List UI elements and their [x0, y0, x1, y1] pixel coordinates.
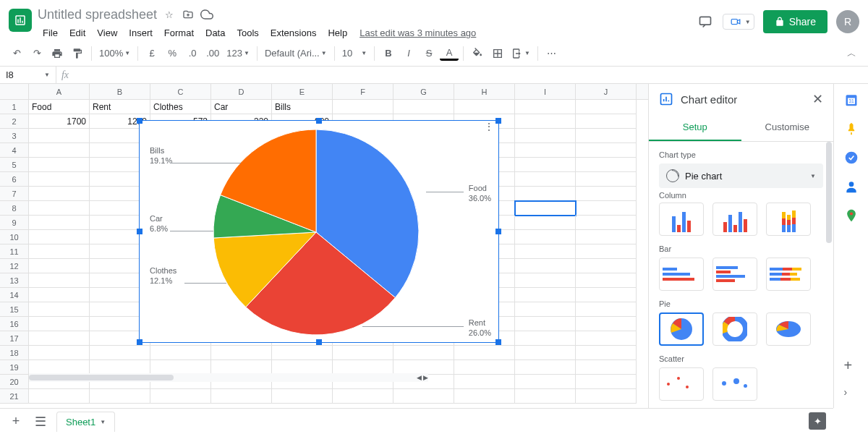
tasks-icon[interactable]: [844, 150, 859, 165]
cell[interactable]: [333, 100, 393, 114]
row-header[interactable]: 2: [0, 114, 29, 129]
cell[interactable]: [515, 201, 576, 216]
cell[interactable]: [515, 114, 576, 129]
undo-button[interactable]: ↶: [7, 44, 26, 63]
formula-input[interactable]: [74, 67, 868, 83]
avatar[interactable]: R: [836, 10, 859, 33]
cell[interactable]: [515, 302, 576, 317]
cell[interactable]: [515, 273, 576, 288]
cell[interactable]: [29, 158, 90, 172]
cell[interactable]: [29, 129, 90, 143]
add-addon-icon[interactable]: +: [844, 357, 859, 372]
spreadsheet-grid[interactable]: A B C D E F G H I J 1FoodRentClothesCarB…: [0, 84, 648, 408]
row-header[interactable]: 16: [0, 317, 29, 331]
paint-format-button[interactable]: [68, 44, 87, 63]
col-header[interactable]: B: [90, 84, 150, 99]
cell[interactable]: [90, 346, 150, 360]
cell[interactable]: [211, 389, 272, 404]
row-header[interactable]: 12: [0, 259, 29, 273]
chart-thumb-column-1[interactable]: [659, 203, 704, 236]
cell[interactable]: Clothes: [150, 100, 211, 114]
row-header[interactable]: 6: [0, 172, 29, 187]
cell[interactable]: [29, 201, 90, 216]
cell[interactable]: [150, 360, 211, 375]
cell[interactable]: [515, 172, 576, 187]
cell[interactable]: [29, 244, 90, 259]
cell[interactable]: [515, 346, 576, 360]
cell[interactable]: [576, 143, 637, 158]
cell[interactable]: [29, 230, 90, 244]
cell[interactable]: [515, 143, 576, 158]
redo-button[interactable]: ↷: [27, 44, 46, 63]
star-icon[interactable]: ☆: [163, 8, 176, 21]
cloud-icon[interactable]: [200, 8, 213, 21]
cell[interactable]: [576, 317, 637, 331]
chart-thumb-bar-2[interactable]: [712, 258, 757, 291]
last-edit-link[interactable]: Last edit was 3 minutes ago: [359, 27, 476, 38]
cell[interactable]: [576, 288, 637, 302]
cell[interactable]: [576, 187, 637, 201]
cell[interactable]: [211, 346, 272, 360]
cell[interactable]: [515, 230, 576, 244]
menu-extensions[interactable]: Extensions: [265, 25, 322, 41]
cell[interactable]: [515, 244, 576, 259]
cell[interactable]: Food: [29, 100, 90, 114]
cell[interactable]: [515, 317, 576, 331]
name-box[interactable]: I8▼: [0, 67, 56, 83]
chart-thumb-column-2[interactable]: [712, 203, 757, 236]
doc-title[interactable]: Untitled spreadsheet: [38, 7, 157, 22]
menu-edit[interactable]: Edit: [64, 25, 90, 41]
horizontal-scrollbar[interactable]: ◀▶: [29, 373, 428, 382]
cell[interactable]: 1700: [29, 114, 90, 129]
chart-thumb-scatter-2[interactable]: [712, 367, 757, 401]
comments-icon[interactable]: [697, 13, 714, 30]
col-header[interactable]: J: [576, 84, 637, 99]
cell[interactable]: [150, 389, 211, 404]
menu-tools[interactable]: Tools: [231, 25, 263, 41]
decrease-decimal-button[interactable]: .0: [183, 44, 202, 63]
cell[interactable]: [576, 259, 637, 273]
row-header[interactable]: 3: [0, 129, 29, 143]
cell[interactable]: [576, 129, 637, 143]
cell[interactable]: [333, 360, 393, 375]
chart-thumb-bar-1[interactable]: [659, 258, 704, 291]
cell[interactable]: [454, 375, 515, 389]
select-all-corner[interactable]: [0, 84, 29, 99]
bold-button[interactable]: B: [379, 44, 398, 63]
cell[interactable]: [576, 158, 637, 172]
cell[interactable]: [515, 129, 576, 143]
row-header[interactable]: 20: [0, 375, 29, 389]
cell[interactable]: [29, 172, 90, 187]
cell[interactable]: [393, 389, 454, 404]
pie-chart[interactable]: ⋮ Food36.0% Rent26.0% Clothes12.1% Car6.…: [139, 120, 499, 343]
cell[interactable]: [576, 302, 637, 317]
cell[interactable]: [515, 331, 576, 346]
col-header[interactable]: F: [333, 84, 393, 99]
row-header[interactable]: 19: [0, 360, 29, 375]
chart-thumb-column-3[interactable]: [766, 203, 811, 236]
italic-button[interactable]: I: [399, 44, 418, 63]
cell[interactable]: [393, 346, 454, 360]
chart-menu-icon[interactable]: ⋮: [484, 125, 494, 128]
col-header[interactable]: G: [393, 84, 454, 99]
maps-icon[interactable]: [844, 208, 859, 223]
cell[interactable]: [29, 187, 90, 201]
cell[interactable]: [576, 114, 637, 129]
cell[interactable]: [29, 317, 90, 331]
menu-help[interactable]: Help: [323, 25, 352, 41]
row-header[interactable]: 7: [0, 187, 29, 201]
collapse-rail-icon[interactable]: ›: [844, 386, 859, 401]
cell[interactable]: [29, 389, 90, 404]
cell[interactable]: [29, 288, 90, 302]
cell[interactable]: [29, 360, 90, 375]
row-header[interactable]: 15: [0, 302, 29, 317]
cell[interactable]: [576, 375, 637, 389]
col-header[interactable]: I: [515, 84, 576, 99]
cell[interactable]: [454, 360, 515, 375]
cell[interactable]: [29, 331, 90, 346]
currency-button[interactable]: £: [142, 44, 161, 63]
col-header[interactable]: A: [29, 84, 90, 99]
panel-scrollbar[interactable]: [826, 142, 832, 344]
meet-button[interactable]: ▼: [723, 14, 754, 30]
row-header[interactable]: 13: [0, 273, 29, 288]
